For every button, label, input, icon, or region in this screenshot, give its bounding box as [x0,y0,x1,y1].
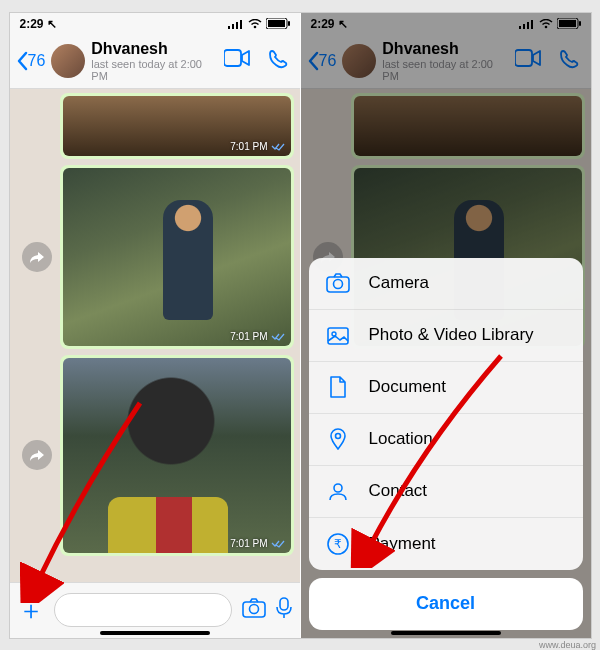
svg-rect-0 [228,26,230,29]
forward-icon[interactable] [22,242,52,272]
status-time: 2:29 [20,17,44,31]
sheet-item-location[interactable]: Location [309,414,583,466]
contact-info[interactable]: Dhvanesh last seen today at 2:00 PM [91,40,217,82]
svg-rect-23 [328,328,348,344]
message-bubble[interactable]: 7:01 PM [60,355,294,556]
sheet-item-photo-library[interactable]: Photo & Video Library [309,310,583,362]
sheet-item-label: Document [369,377,446,397]
watermark: www.deua.org [539,640,596,650]
chat-header: 76 Dhvanesh last seen today at 2:00 PM [10,35,300,89]
back-count: 76 [28,52,46,70]
avatar[interactable] [51,44,85,78]
attach-action-sheet: Camera Photo & Video Library Document Lo… [309,258,583,630]
svg-rect-1 [232,24,234,29]
message-input-bar: ＋ [10,582,300,638]
svg-rect-7 [288,21,290,26]
wifi-icon [248,19,262,29]
svg-rect-2 [236,22,238,29]
phone-right: 2:29 ↖ 76 Dhvanesh last seen today at 2:… [301,13,591,638]
video-call-icon[interactable] [224,49,250,73]
message-bubble[interactable]: 7:01 PM [60,165,294,349]
forward-icon[interactable] [22,440,52,470]
svg-point-22 [333,280,342,289]
message-photo[interactable]: 7:01 PM [63,358,291,553]
phone-left: 2:29 ↖ 76 Dhvanesh last seen today at 2:… [10,13,300,638]
message-bubble[interactable]: 7:01 PM [60,93,294,159]
sheet-cancel-button[interactable]: Cancel [309,578,583,630]
contact-name: Dhvanesh [91,40,217,58]
svg-rect-11 [280,598,288,610]
back-button[interactable]: 76 [16,51,46,71]
payment-icon: ₹ [325,533,351,555]
sheet-item-label: Contact [369,481,428,501]
contact-icon [325,481,351,501]
home-indicator[interactable] [100,631,210,635]
svg-point-10 [249,605,258,614]
message-input[interactable] [54,593,232,627]
sheet-item-label: Payment [369,534,436,554]
svg-point-25 [335,434,340,439]
voice-call-icon[interactable] [268,49,288,73]
battery-icon [266,18,290,29]
home-indicator[interactable] [391,631,501,635]
sheet-item-label: Photo & Video Library [369,325,534,345]
last-seen: last seen today at 2:00 PM [91,58,217,82]
sheet-item-contact[interactable]: Contact [309,466,583,518]
sheet-item-payment[interactable]: ₹ Payment [309,518,583,570]
camera-icon [325,273,351,293]
sheet-item-label: Camera [369,273,429,293]
sheet-item-label: Location [369,429,433,449]
photo-library-icon [325,325,351,345]
attach-plus-icon[interactable]: ＋ [18,597,44,623]
mic-icon[interactable] [276,597,292,623]
message-photo[interactable]: 7:01 PM [63,96,291,156]
cell-signal-icon [228,19,244,29]
svg-point-26 [334,484,342,492]
document-icon [325,376,351,398]
svg-point-4 [253,25,256,28]
svg-rect-3 [240,20,242,29]
status-bar: 2:29 ↖ [10,13,300,35]
location-services-icon: ↖ [47,17,57,31]
svg-text:₹: ₹ [334,537,342,551]
svg-rect-6 [268,20,285,27]
sheet-item-camera[interactable]: Camera [309,258,583,310]
camera-icon[interactable] [242,598,266,622]
message-photo[interactable]: 7:01 PM [63,168,291,346]
sheet-item-document[interactable]: Document [309,362,583,414]
chat-scroll[interactable]: 7:01 PM 7:01 PM 7:01 PM [10,89,300,582]
location-icon [325,428,351,450]
svg-rect-8 [224,50,241,66]
